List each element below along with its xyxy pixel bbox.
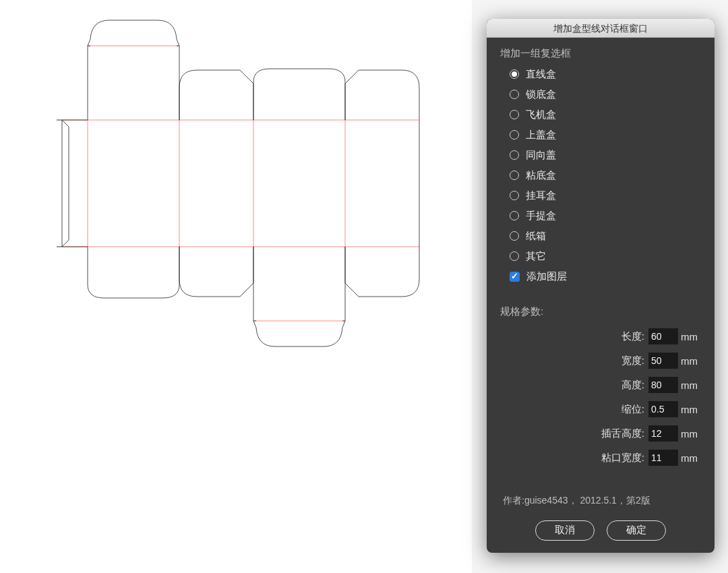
box-type-option-label: 飞机盒 <box>526 109 556 121</box>
add-layer-row[interactable]: 添加图层 <box>510 268 701 285</box>
param-input[interactable] <box>648 353 678 369</box>
author-credit: 作者:guise4543， 2012.5.1，第2版 <box>500 495 701 507</box>
param-name-label: 长度: <box>621 330 644 343</box>
param-row: 插舌高度:mm <box>500 423 701 444</box>
param-unit-label: mm <box>681 404 701 415</box>
radio-icon[interactable] <box>510 171 519 180</box>
box-type-option-label: 纸箱 <box>526 230 546 243</box>
box-type-option-label: 粘底盒 <box>526 169 556 182</box>
box-type-option-label: 同向盖 <box>526 149 556 162</box>
param-input[interactable] <box>648 328 678 344</box>
dialog-button-row: 取消 确定 <box>500 520 701 541</box>
box-type-option-label: 直线盒 <box>526 68 556 81</box>
param-input[interactable] <box>648 425 678 442</box>
radio-icon[interactable] <box>510 110 519 119</box>
box-type-option[interactable]: 纸箱 <box>510 227 701 245</box>
box-type-option[interactable]: 飞机盒 <box>510 106 701 123</box>
radio-icon[interactable] <box>510 69 519 79</box>
box-type-option-label: 上盖盒 <box>526 129 556 142</box>
box-type-option[interactable]: 直线盒 <box>510 65 701 83</box>
radio-icon[interactable] <box>510 130 519 140</box>
param-input[interactable] <box>648 401 678 417</box>
param-row: 粘口宽度:mm <box>500 448 701 468</box>
box-type-group-label: 增加一组复选框 <box>500 47 701 60</box>
param-name-label: 插舌高度: <box>601 427 644 440</box>
dialog-titlebar[interactable]: 增加盒型线对话框窗口 <box>487 19 715 38</box>
radio-icon[interactable] <box>510 211 519 220</box>
box-type-option[interactable]: 粘底盒 <box>510 167 701 184</box>
box-type-option-label: 其它 <box>526 250 546 263</box>
radio-icon[interactable] <box>510 90 519 99</box>
param-input[interactable] <box>648 450 678 466</box>
ok-button[interactable]: 确定 <box>607 520 666 541</box>
box-type-option[interactable]: 同向盖 <box>510 146 701 164</box>
param-name-label: 高度: <box>621 379 644 392</box>
param-row: 宽度:mm <box>500 351 701 371</box>
box-type-option-label: 手提盒 <box>526 210 556 222</box>
box-type-option-label: 挂耳盒 <box>526 189 556 202</box>
param-row: 长度:mm <box>500 326 701 346</box>
param-unit-label: mm <box>681 452 701 464</box>
param-unit-label: mm <box>681 428 701 440</box>
radio-icon[interactable] <box>510 150 519 160</box>
box-type-option[interactable]: 锁底盒 <box>510 86 701 103</box>
param-name-label: 粘口宽度: <box>601 452 644 464</box>
param-row: 高度:mm <box>500 375 701 395</box>
radio-icon[interactable] <box>510 191 519 200</box>
param-row: 缩位:mm <box>500 399 701 419</box>
dialog-body: 增加一组复选框 直线盒锁底盒飞机盒上盖盒同向盖粘底盒挂耳盒手提盒纸箱其它 添加图… <box>487 38 715 553</box>
dialog-title: 增加盒型线对话框窗口 <box>553 23 648 34</box>
param-unit-label: mm <box>681 331 701 342</box>
box-type-option-label: 锁底盒 <box>526 88 556 101</box>
param-unit-label: mm <box>681 380 701 391</box>
param-name-label: 缩位: <box>621 403 644 416</box>
box-type-option[interactable]: 挂耳盒 <box>510 187 701 204</box>
box-dialog-window: 增加盒型线对话框窗口 增加一组复选框 直线盒锁底盒飞机盒上盖盒同向盖粘底盒挂耳盒… <box>487 19 715 553</box>
spec-params-label: 规格参数: <box>500 305 701 318</box>
box-type-option[interactable]: 其它 <box>510 247 701 265</box>
box-type-option[interactable]: 上盖盒 <box>510 126 701 144</box>
radio-icon[interactable] <box>510 251 519 261</box>
add-layer-label: 添加图层 <box>526 270 567 283</box>
param-unit-label: mm <box>681 355 701 367</box>
box-type-option[interactable]: 手提盒 <box>510 207 701 224</box>
box-type-radio-list: 直线盒锁底盒飞机盒上盖盒同向盖粘底盒挂耳盒手提盒纸箱其它 <box>500 65 701 265</box>
box-dieline-preview <box>47 13 425 364</box>
canvas-area <box>0 0 472 573</box>
radio-icon[interactable] <box>510 231 519 241</box>
add-layer-checkbox[interactable] <box>510 272 520 282</box>
param-input[interactable] <box>648 377 678 393</box>
cancel-button[interactable]: 取消 <box>535 520 595 541</box>
spec-params-list: 长度:mm宽度:mm高度:mm缩位:mm插舌高度:mm粘口宽度:mm <box>500 326 701 468</box>
param-name-label: 宽度: <box>621 355 644 367</box>
